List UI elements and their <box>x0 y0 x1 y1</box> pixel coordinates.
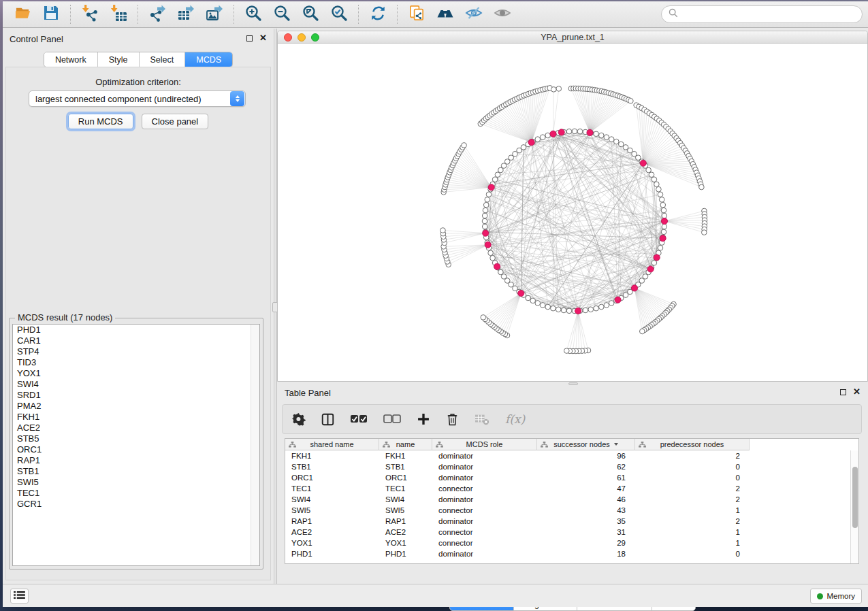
mcds-node-item[interactable]: PHD1 <box>13 325 259 335</box>
criterion-dropdown[interactable]: largest connected component (undirected) <box>29 90 246 107</box>
cell-successor-nodes: 31 <box>537 527 635 538</box>
cell-name: TEC1 <box>379 483 432 494</box>
mcds-node-item[interactable]: ORC1 <box>13 444 259 455</box>
mcds-list-scrollbar[interactable] <box>251 325 259 565</box>
mcds-result-list[interactable]: PHD1CAR1STP4TID3YOX1SWI4SRD1PMA2FKH1ACE2… <box>12 324 260 566</box>
hide-selected-button[interactable] <box>460 3 488 25</box>
table-scrollbar[interactable] <box>850 450 858 563</box>
cell-MCDS-role: dominator <box>432 548 537 559</box>
import-table-button[interactable] <box>104 3 133 25</box>
table-row[interactable]: SWI4SWI4dominator462 <box>285 494 850 505</box>
column-header-predecessor-nodes[interactable]: predecessor nodes <box>635 439 750 450</box>
table-row[interactable]: PHD1PHD1dominator180 <box>285 548 850 559</box>
tab-network[interactable]: Network <box>44 52 98 67</box>
mcds-node-item[interactable]: STB1 <box>13 466 259 477</box>
status-list-button[interactable] <box>10 589 29 604</box>
memory-button[interactable]: Memory <box>810 589 862 604</box>
tab-select[interactable]: Select <box>140 52 186 67</box>
clone-network-button[interactable] <box>402 3 431 25</box>
mcds-node-item[interactable]: CAR1 <box>13 335 259 346</box>
cell-MCDS-role: connector <box>432 527 537 538</box>
refresh-view-button[interactable] <box>364 3 392 25</box>
mcds-node-item[interactable]: GCR1 <box>13 499 259 510</box>
zoom-out-button[interactable] <box>268 3 296 25</box>
table-row[interactable]: YOX1YOX1connector291 <box>285 538 850 548</box>
mcds-node-item[interactable]: YOX1 <box>13 368 259 379</box>
tab-style[interactable]: Style <box>98 52 140 67</box>
close-panel-button[interactable]: Close panel <box>142 114 209 129</box>
mcds-node-item[interactable]: PMA2 <box>13 401 259 412</box>
cell-predecessor-nodes: 2 <box>635 483 750 494</box>
zoom-fit-button[interactable] <box>296 3 325 25</box>
cell-name: SWI4 <box>379 494 432 505</box>
column-header-name[interactable]: name <box>379 439 432 450</box>
cell-successor-nodes: 46 <box>537 494 635 505</box>
close-panel-icon[interactable]: ✕ <box>853 389 861 395</box>
cell-shared-name: RAP1 <box>285 516 379 527</box>
table-row[interactable]: ACE2ACE2connector311 <box>285 527 850 538</box>
binoculars-icon <box>436 4 454 24</box>
float-panel-icon[interactable] <box>840 389 846 395</box>
table-row[interactable]: TEC1TEC1connector472 <box>285 483 850 494</box>
table-row[interactable]: RAP1RAP1dominator352 <box>285 516 850 527</box>
main-area: Control Panel ✕ NetworkStyleSelectMCDS O… <box>3 29 868 584</box>
mcds-node-item[interactable]: FKH1 <box>13 412 259 423</box>
mcds-node-item[interactable]: TEC1 <box>13 488 259 499</box>
column-header-MCDS-role[interactable]: MCDS role <box>432 439 537 450</box>
export-network-button[interactable] <box>143 3 172 25</box>
table-header-row: shared namenameMCDS rolesuccessor nodesp… <box>285 439 750 450</box>
save-session-button[interactable] <box>37 3 65 25</box>
cell-name: PHD1 <box>379 548 432 559</box>
add-row-icon[interactable] <box>417 412 430 426</box>
zoom-in-button[interactable] <box>239 3 268 25</box>
cell-predecessor-nodes: 2 <box>635 450 750 461</box>
column-header-successor-nodes[interactable]: successor nodes <box>537 439 635 450</box>
criterion-dropdown-value: largest connected component (undirected) <box>29 94 230 104</box>
table-row[interactable]: FKH1FKH1dominator962 <box>285 450 850 461</box>
run-mcds-button[interactable]: Run MCDS <box>68 114 133 129</box>
mcds-node-item[interactable]: TID3 <box>13 357 259 368</box>
column-header-shared-name[interactable]: shared name <box>285 439 379 450</box>
mcds-node-item[interactable]: STB5 <box>13 433 259 444</box>
search-icon <box>669 8 678 20</box>
mcds-node-item[interactable]: ACE2 <box>13 423 259 433</box>
mcds-node-item[interactable]: SRD1 <box>13 390 259 401</box>
cell-predecessor-nodes: 0 <box>635 461 750 472</box>
table-body: FKH1FKH1dominator962STB1STB1dominator620… <box>285 450 850 563</box>
cell-name: ORC1 <box>379 472 432 483</box>
tab-mcds[interactable]: MCDS <box>185 52 232 67</box>
table-row[interactable]: STB1STB1dominator620 <box>285 461 850 472</box>
delete-row-trash-icon[interactable] <box>446 412 459 427</box>
import-network-button[interactable] <box>76 3 104 25</box>
table-row[interactable]: ORC1ORC1dominator610 <box>285 472 850 483</box>
show-all-button[interactable] <box>488 3 517 25</box>
export-image-button[interactable] <box>200 3 229 25</box>
zoom-selected-button[interactable] <box>325 3 353 25</box>
main-toolbar <box>3 1 868 28</box>
node-table[interactable]: shared namenameMCDS rolesuccessor nodesp… <box>285 438 859 564</box>
show-columns-icon[interactable] <box>321 413 334 426</box>
float-panel-icon[interactable] <box>246 35 253 42</box>
search-input[interactable] <box>682 10 855 19</box>
mcds-node-item[interactable]: SWI4 <box>13 379 259 390</box>
mcds-node-item[interactable]: STP4 <box>13 346 259 357</box>
table-scrollbar-thumb[interactable] <box>852 467 858 528</box>
divider-grip[interactable] <box>568 382 578 385</box>
search-field[interactable] <box>661 5 863 23</box>
first-neighbors-button[interactable] <box>431 3 460 25</box>
cell-predecessor-nodes: 0 <box>635 548 750 559</box>
unselect-all-checkbox-icon[interactable] <box>383 414 401 424</box>
cell-predecessor-nodes: 2 <box>635 516 750 527</box>
export-network-icon <box>148 4 166 24</box>
table-row[interactable]: SWI5SWI5connector431 <box>285 505 850 516</box>
settings-gear-icon[interactable] <box>292 412 306 426</box>
select-all-checkbox-icon[interactable] <box>350 414 368 424</box>
close-panel-icon[interactable]: ✕ <box>259 35 267 42</box>
network-window-titlebar[interactable]: YPA_prune.txt_1 <box>278 31 867 44</box>
mcds-node-item[interactable]: SWI5 <box>13 477 259 488</box>
network-canvas[interactable] <box>278 44 867 381</box>
open-file-button[interactable] <box>8 3 37 25</box>
mcds-node-item[interactable]: RAP1 <box>13 455 259 466</box>
export-table-button[interactable] <box>172 3 200 25</box>
cell-successor-nodes: 43 <box>537 505 635 516</box>
